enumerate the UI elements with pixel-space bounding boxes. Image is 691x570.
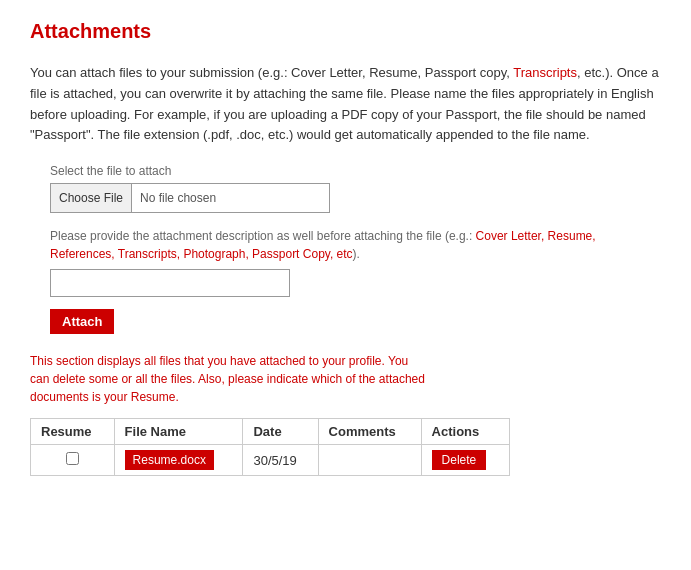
file-upload-section: Select the file to attach Choose File No…	[50, 164, 661, 334]
file-input-wrapper: Choose File No file chosen	[50, 183, 330, 213]
table-header-row: Resume File Name Date Comments Actions	[31, 419, 510, 445]
col-date: Date	[243, 419, 318, 445]
select-file-label: Select the file to attach	[50, 164, 661, 178]
description-text: You can attach files to your submission …	[30, 63, 661, 146]
no-file-text: No file chosen	[132, 191, 216, 205]
date-cell: 30/5/19	[243, 445, 318, 476]
filename-button[interactable]: Resume.docx	[125, 450, 214, 470]
resume-checkbox[interactable]	[66, 452, 79, 465]
col-filename: File Name	[114, 419, 243, 445]
choose-file-button[interactable]: Choose File	[51, 184, 132, 212]
col-resume: Resume	[31, 419, 115, 445]
col-comments: Comments	[318, 419, 421, 445]
delete-button[interactable]: Delete	[432, 450, 487, 470]
table-row: Resume.docx30/5/19Delete	[31, 445, 510, 476]
comments-cell	[318, 445, 421, 476]
page-title: Attachments	[30, 20, 661, 43]
attach-description-label: Please provide the attachment descriptio…	[50, 227, 630, 263]
attach-button[interactable]: Attach	[50, 309, 114, 334]
section-note: This section displays all files that you…	[30, 352, 430, 406]
col-actions: Actions	[421, 419, 509, 445]
description-input[interactable]	[50, 269, 290, 297]
attachments-table: Resume File Name Date Comments Actions R…	[30, 418, 510, 476]
